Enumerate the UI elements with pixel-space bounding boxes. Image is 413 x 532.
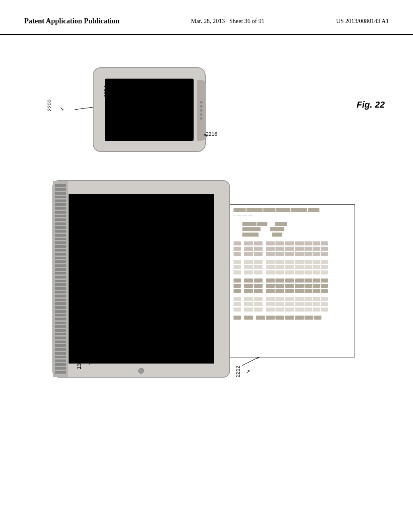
bar-item-37 — [55, 322, 66, 324]
grid-cell — [295, 270, 304, 274]
publication-label: Patent Application Publication — [24, 16, 119, 26]
device-bottom — [52, 180, 230, 378]
device-left-sidebar — [53, 181, 68, 377]
date-label: Mar. 28, 2013 — [191, 18, 225, 24]
bar-item-49 — [55, 367, 66, 370]
grid-cell — [321, 297, 328, 301]
bar-item-26 — [55, 280, 66, 282]
grid-cell — [244, 278, 253, 283]
bar-item-43 — [55, 344, 66, 347]
bar-item-46 — [55, 356, 66, 358]
patent-number: US 2013/0080143 A1 — [336, 16, 389, 26]
grid-cell — [321, 247, 328, 251]
bar-item-18 — [55, 249, 66, 251]
grid-cell — [313, 297, 320, 301]
grid-row-3 — [234, 227, 351, 231]
bar-item-34 — [55, 310, 66, 312]
grid-cell — [266, 260, 275, 264]
grid-cell — [275, 316, 284, 320]
grid-cell — [266, 270, 275, 274]
grid-cell — [244, 316, 253, 320]
grid-cell — [321, 284, 328, 288]
bar-item-41 — [55, 337, 66, 339]
grid-cell — [295, 241, 304, 245]
ref-2216-arrow: ↖ — [204, 133, 208, 139]
grid-cell — [272, 233, 282, 237]
grid-cell — [275, 302, 284, 306]
grid-cell — [244, 252, 253, 256]
grid-cell — [254, 265, 263, 269]
sidebar-dot-3 — [200, 109, 202, 112]
sidebar-dot-5 — [200, 117, 202, 120]
grid-cell — [275, 265, 284, 269]
grid-cell — [313, 270, 320, 274]
grid-row-10 — [234, 270, 351, 274]
grid-cell — [295, 316, 304, 320]
grid-cell — [313, 308, 320, 312]
grid-cell — [275, 247, 284, 251]
device-bottom-screen — [69, 194, 214, 364]
grid-cell — [321, 260, 328, 264]
grid-cell — [285, 241, 294, 245]
grid-row-15 — [234, 302, 351, 306]
bar-item-15 — [55, 238, 66, 240]
grid-row-8 — [234, 260, 351, 264]
bar-item-45 — [55, 352, 66, 354]
ref-2208-arrow: ↗ — [117, 129, 121, 135]
ref-1304-bottom-arrow: ↗ — [88, 361, 92, 367]
bar-item-27 — [55, 283, 66, 286]
grid-cell — [244, 284, 253, 288]
grid-cell — [321, 270, 328, 274]
grid-cell — [305, 260, 312, 264]
grid-cell — [275, 260, 284, 264]
main-content: Fig. 22 — [0, 35, 413, 519]
bar-item-10 — [55, 218, 66, 221]
bar-item-22 — [55, 264, 66, 267]
bar-item-40 — [55, 333, 66, 335]
grid-cell — [321, 308, 328, 312]
grid-row-7 — [234, 252, 351, 256]
grid-row-1 — [234, 208, 351, 212]
grid-cell — [244, 241, 253, 245]
grid-cell — [285, 302, 294, 306]
grid-cell — [254, 289, 263, 293]
grid-cell — [234, 270, 241, 274]
grid-cell — [321, 241, 328, 245]
grid-cell — [244, 297, 253, 301]
grid-cell — [313, 284, 320, 288]
bar-item-20 — [55, 257, 66, 259]
grid-cell — [244, 289, 253, 293]
grid-cell — [305, 265, 312, 269]
ref-2208-label: 2208 — [106, 125, 112, 136]
grid-cell — [266, 308, 275, 312]
grid-cell — [285, 260, 294, 264]
ref-1304-top-label: 1304 — [103, 85, 109, 97]
grid-cell — [313, 289, 320, 293]
grid-cell — [308, 208, 319, 212]
grid-cell — [254, 270, 263, 274]
grid-cell — [242, 227, 261, 231]
grid-cell — [275, 278, 284, 283]
ref-2204-label: 2204 — [71, 281, 77, 293]
grid-cell — [254, 302, 263, 306]
bar-item-32 — [55, 302, 66, 305]
grid-cell — [234, 289, 241, 293]
ref-2212-arrow: ↗ — [246, 369, 250, 375]
grid-cell — [291, 208, 307, 212]
grid-cell — [266, 265, 275, 269]
bar-item-7 — [55, 207, 66, 210]
grid-cell — [234, 265, 241, 269]
grid-cell — [275, 252, 284, 256]
grid-cell — [266, 297, 275, 301]
ref-2200-label: 2200 — [46, 100, 52, 111]
grid-cell — [275, 289, 284, 293]
grid-cell — [305, 297, 312, 301]
grid-cell — [285, 278, 294, 283]
bar-item-36 — [55, 318, 66, 320]
grid-cell — [321, 302, 328, 306]
grid-cell — [295, 289, 304, 293]
sidebar-dot-4 — [200, 113, 202, 116]
grid-row-16 — [234, 308, 351, 312]
grid-cell — [244, 270, 253, 274]
grid-row-4 — [234, 233, 351, 237]
